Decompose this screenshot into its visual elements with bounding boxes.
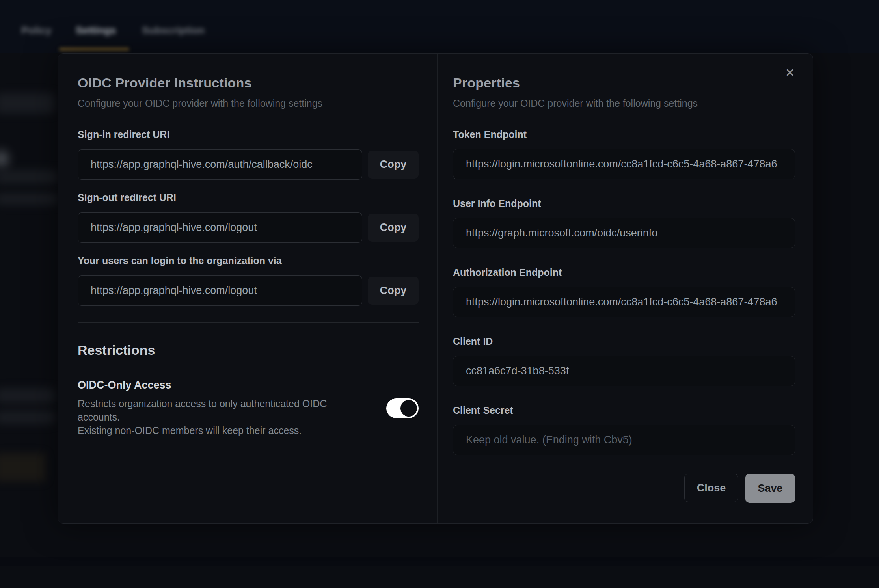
- signin-redirect-group: Sign-in redirect URI Copy: [78, 129, 419, 180]
- oidc-only-access-description-line2: Existing non-OIDC members will keep thei…: [78, 424, 350, 437]
- blurred-background-content: [0, 388, 55, 403]
- authorization-endpoint-group: Authorization Endpoint: [453, 267, 795, 317]
- properties-subtitle: Configure your OIDC provider with the fo…: [453, 98, 795, 109]
- client-id-input[interactable]: [453, 356, 795, 386]
- blurred-background-content: [0, 411, 55, 424]
- active-tab-indicator: [59, 48, 129, 51]
- client-secret-group: Client Secret: [453, 405, 795, 455]
- userinfo-endpoint-group: User Info Endpoint: [453, 198, 795, 248]
- copy-org-login-button[interactable]: Copy: [368, 277, 419, 305]
- tab-policy[interactable]: Policy: [21, 24, 52, 37]
- client-id-label: Client ID: [453, 336, 795, 347]
- blurred-background-content: [0, 193, 58, 205]
- token-endpoint-group: Token Endpoint: [453, 129, 795, 179]
- org-login-label: Your users can login to the organization…: [78, 255, 419, 266]
- instructions-panel: OIDC Provider Instructions Configure you…: [78, 71, 419, 437]
- modal-actions: Close Save: [453, 474, 795, 503]
- copy-signin-redirect-button[interactable]: Copy: [368, 151, 419, 179]
- blurred-background-content: [0, 170, 58, 184]
- properties-panel: Properties Configure your OIDC provider …: [453, 71, 795, 503]
- tab-settings[interactable]: Settings: [76, 24, 116, 37]
- authorization-endpoint-label: Authorization Endpoint: [453, 267, 795, 278]
- signout-redirect-input[interactable]: [78, 212, 362, 243]
- client-id-group: Client ID: [453, 336, 795, 386]
- instructions-subtitle: Configure your OIDC provider with the fo…: [78, 98, 419, 109]
- oidc-only-access-toggle[interactable]: [386, 398, 419, 418]
- blurred-background-content: [0, 151, 8, 167]
- page: Policy Settings Subscription ✕ OIDC Prov…: [0, 0, 879, 588]
- oidc-provider-modal: ✕ OIDC Provider Instructions Configure y…: [58, 53, 813, 524]
- userinfo-endpoint-label: User Info Endpoint: [453, 198, 795, 209]
- restrictions-title: Restrictions: [78, 342, 419, 358]
- background-top-band: [0, 0, 879, 53]
- toggle-thumb: [400, 400, 417, 417]
- token-endpoint-label: Token Endpoint: [453, 129, 795, 140]
- save-button[interactable]: Save: [745, 474, 795, 503]
- blurred-background-button: [0, 453, 46, 482]
- close-button[interactable]: Close: [684, 474, 738, 502]
- client-secret-input[interactable]: [453, 425, 795, 455]
- oidc-only-access-label: OIDC-Only Access: [78, 379, 350, 391]
- column-divider: [437, 54, 438, 523]
- properties-title: Properties: [453, 71, 795, 91]
- signout-redirect-group: Sign-out redirect URI Copy: [78, 192, 419, 243]
- signout-redirect-label: Sign-out redirect URI: [78, 192, 419, 203]
- instructions-title: OIDC Provider Instructions: [78, 71, 419, 91]
- copy-signout-redirect-button[interactable]: Copy: [368, 214, 419, 242]
- tab-subscription[interactable]: Subscription: [142, 24, 205, 37]
- token-endpoint-input[interactable]: [453, 149, 795, 179]
- org-login-input[interactable]: [78, 275, 362, 306]
- userinfo-endpoint-input[interactable]: [453, 218, 795, 248]
- background-bottom-band: [0, 557, 879, 566]
- signin-redirect-label: Sign-in redirect URI: [78, 129, 419, 140]
- authorization-endpoint-input[interactable]: [453, 287, 795, 317]
- org-login-group: Your users can login to the organization…: [78, 255, 419, 306]
- client-secret-label: Client Secret: [453, 405, 795, 416]
- signin-redirect-input[interactable]: [78, 149, 362, 180]
- oidc-only-access-description-line1: Restricts organization access to only au…: [78, 397, 350, 424]
- restrictions-divider: [78, 322, 419, 323]
- blurred-background-content: [0, 93, 55, 114]
- oidc-only-access-row: OIDC-Only Access Restricts organization …: [78, 379, 419, 437]
